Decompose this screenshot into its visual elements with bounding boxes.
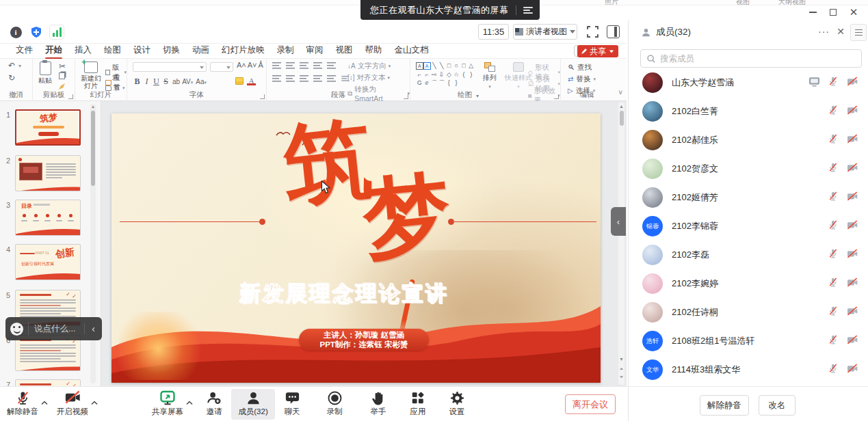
drawing-dialog-launcher[interactable] [554, 94, 559, 99]
member-row[interactable]: 山东大学赵雪涵 [629, 68, 868, 97]
replace-button[interactable]: 替换 [576, 74, 590, 84]
member-row[interactable]: 2102李磊 [629, 241, 868, 269]
scrollbar-thumb[interactable] [91, 111, 95, 186]
paste-label[interactable]: 粘贴 [38, 76, 52, 85]
distribute-icon[interactable] [327, 75, 336, 82]
numbering-icon[interactable] [286, 62, 295, 69]
toolbar-share-screen[interactable]: 共享屏幕 [146, 389, 189, 420]
font-size-select[interactable] [210, 62, 233, 72]
scroll-up-icon[interactable]: ▲ [91, 105, 95, 109]
slide-thumbnail-2[interactable] [15, 155, 81, 191]
unmute-button[interactable]: 解除静音 [700, 395, 749, 416]
highlight-color-icon[interactable] [235, 77, 244, 85]
search-input[interactable] [660, 54, 856, 64]
toolbar-apps[interactable]: 应用 [396, 389, 440, 420]
member-row[interactable]: 2102任诗桐 [629, 298, 868, 327]
font-color-button[interactable]: A [247, 77, 256, 85]
italic-button[interactable]: I [142, 77, 151, 87]
menu-设计[interactable]: 设计 [127, 43, 157, 59]
align-left-icon[interactable] [272, 75, 281, 82]
menu-金山文档[interactable]: 金山文档 [389, 43, 435, 59]
justify-icon[interactable] [313, 75, 322, 82]
shapes-gallery[interactable]: AA╲╲□○□△ ⌐⌐⇨⇩◇☆() Gⅇ⌒⌒{} [416, 62, 475, 86]
cut-icon[interactable]: ✂ [59, 62, 66, 70]
font-dialog-launcher[interactable] [260, 94, 265, 99]
more-options-icon[interactable]: ··· [818, 26, 830, 37]
menu-录制[interactable]: 录制 [271, 43, 300, 59]
member-row[interactable]: 锦蓉2102李锦蓉 [629, 212, 868, 241]
wps-share-button[interactable]: 共享 [577, 45, 618, 57]
toolbar-cam-off[interactable]: 开启视频 [51, 389, 94, 420]
menu-审阅[interactable]: 审阅 [300, 43, 330, 59]
info-icon[interactable]: i [8, 25, 23, 40]
caption-collapse-arrow[interactable]: ‹ [84, 323, 102, 334]
member-row[interactable]: 2102白竺菁 [629, 97, 868, 126]
stats-bars-icon[interactable] [49, 25, 64, 40]
redo-icon[interactable]: ↻ [8, 74, 15, 82]
member-row[interactable]: 2102李婉婷 [629, 269, 868, 298]
char-spacing-icon[interactable]: AV▾ [182, 79, 193, 85]
presenter-view-dropdown[interactable]: 演讲者视图 [513, 24, 577, 40]
indent-increase-icon[interactable] [313, 62, 322, 69]
fullscreen-button[interactable] [586, 25, 599, 38]
close-panel-icon[interactable]: ✕ [837, 26, 845, 37]
underline-button[interactable]: U [152, 77, 161, 87]
menu-幻灯片放映[interactable]: 幻灯片放映 [215, 43, 271, 59]
change-case-icon[interactable]: Aa▾ [196, 79, 207, 85]
font-family-select[interactable] [133, 62, 207, 72]
toolbar-members[interactable]: 成员(32) [231, 389, 275, 420]
member-row[interactable]: 浩轩2108班2组1号温浩轩 [629, 327, 868, 355]
copy-icon[interactable] [59, 72, 65, 79]
panel-collapse-tab[interactable]: ‹ [611, 207, 626, 236]
thumbnail-scrollbar[interactable]: ▲ [90, 104, 96, 383]
toolbar-record[interactable]: 录制 [313, 389, 356, 420]
menu-切换[interactable]: 切换 [157, 43, 186, 59]
arrange-icon[interactable] [484, 62, 495, 72]
paste-icon[interactable] [40, 62, 51, 75]
align-center-icon[interactable] [286, 75, 295, 82]
menu-绘图[interactable]: 绘图 [98, 43, 127, 59]
new-slide-icon[interactable] [84, 62, 98, 73]
scroll-down-icon[interactable]: ▼ [619, 357, 624, 362]
ribbon-collapse-chevron[interactable]: ˅ [618, 89, 622, 96]
slide-thumbnail-4[interactable]: PART 01 创新 创新引领时代发展 [15, 244, 81, 280]
strikethrough-button[interactable]: S [161, 77, 170, 87]
bullets-icon[interactable] [272, 62, 281, 69]
chevron-up-icon[interactable] [41, 396, 48, 401]
slide-thumbnail-3[interactable]: 目录 [15, 200, 81, 236]
previous-slide-icon[interactable]: ⏶ [619, 366, 624, 371]
indent-decrease-icon[interactable] [300, 62, 308, 69]
member-row[interactable]: 文华2114班3组索文华 [629, 355, 868, 384]
menu-动画[interactable]: 动画 [186, 43, 215, 59]
arrange-label[interactable]: 排列 [483, 73, 497, 83]
text-shadow-icon[interactable]: ab [172, 79, 180, 85]
toolbar-settings[interactable]: 设置 [435, 389, 479, 420]
next-slide-icon[interactable]: ⏷ [619, 375, 624, 379]
caption-placeholder[interactable]: 说点什么... [29, 323, 84, 335]
menu-视图[interactable]: 视图 [330, 43, 359, 59]
member-row[interactable]: 2102郝佳乐 [629, 126, 868, 154]
align-text-button[interactable]: 对齐文本 [357, 73, 386, 83]
member-row[interactable]: 2102贺彦文 [629, 154, 868, 183]
find-button[interactable]: 查找 [577, 63, 592, 72]
grow-font-icon[interactable]: A˄ [237, 62, 246, 69]
scrollbar-thumb[interactable] [620, 111, 624, 126]
clipboard-dialog-launcher[interactable] [68, 94, 73, 99]
member-row[interactable]: 2102姬倩芳 [629, 183, 868, 212]
format-painter-icon[interactable] [59, 83, 65, 90]
banner-menu-icon[interactable] [523, 7, 533, 14]
emoji-button[interactable] [5, 323, 29, 336]
close-button[interactable]: ✕ [843, 4, 864, 21]
scroll-up-icon[interactable]: ▲ [619, 104, 624, 109]
member-search-box[interactable] [640, 49, 862, 68]
bold-button[interactable]: B [133, 77, 142, 87]
canvas-scrollbar[interactable]: ▲ ▼ ⏶ ⏷ [618, 103, 624, 385]
minimize-button[interactable] [802, 4, 823, 21]
align-right-icon[interactable] [300, 75, 308, 82]
toolbar-hand[interactable]: 举手 [356, 389, 400, 420]
leave-meeting-button[interactable]: 离开会议 [565, 394, 616, 414]
toolbar-invite[interactable]: 邀请 [192, 389, 236, 420]
slide-thumbnail-1[interactable]: 筑梦 [15, 109, 81, 146]
clear-format-icon[interactable]: A̽ [259, 62, 263, 69]
chevron-up-icon[interactable] [91, 396, 98, 401]
